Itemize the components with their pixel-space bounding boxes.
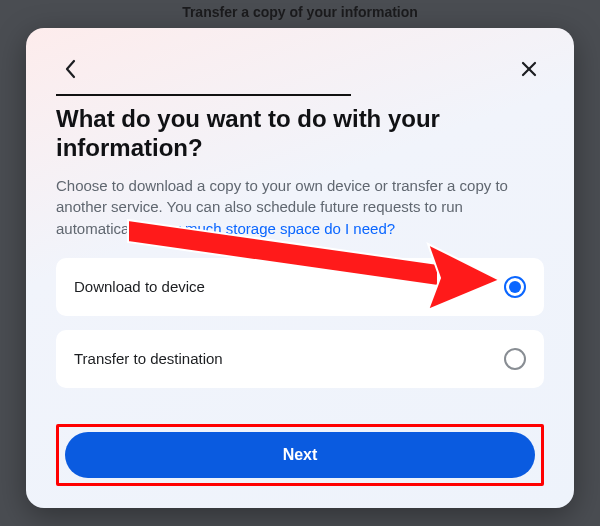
storage-help-link[interactable]: How much storage space do I need? xyxy=(151,220,395,237)
modal-header xyxy=(56,54,544,84)
modal-subtext: Choose to download a copy to your own de… xyxy=(56,175,544,240)
option-download-to-device[interactable]: Download to device xyxy=(56,258,544,316)
close-icon xyxy=(520,60,538,78)
heading-underline xyxy=(56,94,351,96)
radio-selected-icon xyxy=(504,276,526,298)
back-button[interactable] xyxy=(56,54,86,84)
option-transfer-to-destination[interactable]: Transfer to destination xyxy=(56,330,544,388)
annotation-highlight-box: Next xyxy=(56,424,544,486)
option-list: Download to device Transfer to destinati… xyxy=(56,258,544,424)
modal-heading: What do you want to do with your informa… xyxy=(56,104,544,163)
option-label: Transfer to destination xyxy=(74,350,223,367)
modal-dialog: What do you want to do with your informa… xyxy=(26,28,574,508)
option-label: Download to device xyxy=(74,278,205,295)
close-button[interactable] xyxy=(514,54,544,84)
chevron-left-icon xyxy=(64,58,78,80)
next-button[interactable]: Next xyxy=(65,432,535,478)
background-title: Transfer a copy of your information xyxy=(0,4,600,20)
radio-unselected-icon xyxy=(504,348,526,370)
